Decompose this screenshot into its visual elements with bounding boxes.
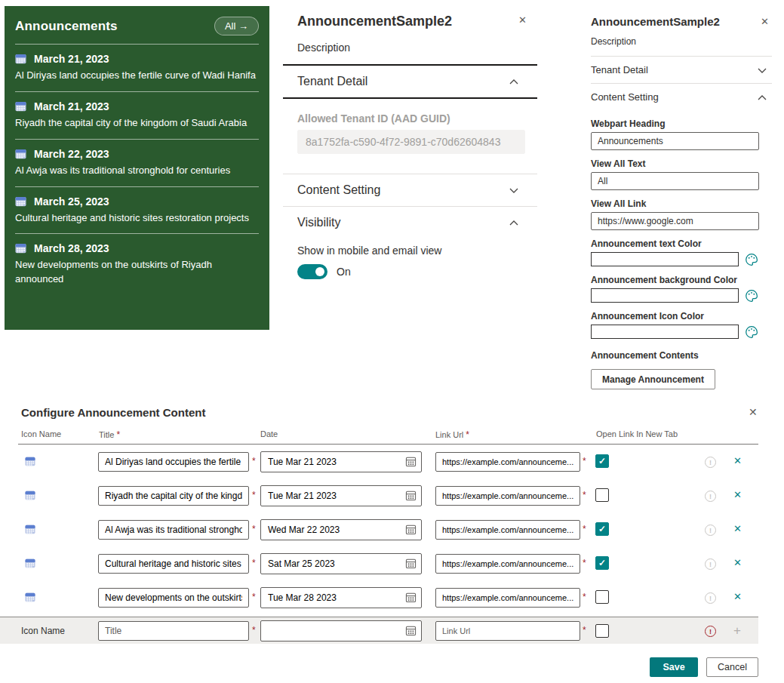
field-label: Webpart Heading: [591, 118, 772, 129]
title-input[interactable]: [98, 588, 249, 608]
webpart-heading-input[interactable]: [591, 132, 759, 150]
configure-announcement-dialog: Configure Announcement Content ✕ Icon Na…: [0, 400, 784, 683]
calendar-picker-icon[interactable]: [405, 558, 417, 569]
date-input[interactable]: [260, 485, 422, 506]
info-icon: !: [705, 525, 716, 536]
announcement-item[interactable]: March 21, 2023 Riyadh the capital city o…: [15, 91, 259, 131]
field-label: Announcement Icon Color: [591, 311, 772, 322]
date-input[interactable]: [260, 553, 422, 574]
close-icon[interactable]: ✕: [518, 14, 527, 27]
delete-row-icon[interactable]: ✕: [733, 523, 742, 534]
column-header-open-link-new-tab: Open Link In New Tab: [596, 429, 678, 438]
announcement-text: Riyadh the capital city of the kingdom o…: [15, 116, 259, 131]
contents-label: Announcement Contents: [591, 350, 772, 361]
palette-icon[interactable]: [745, 289, 758, 303]
section-content-setting[interactable]: Content Setting: [591, 84, 772, 110]
new-open-new-tab-checkbox[interactable]: ✓: [595, 624, 609, 638]
close-icon[interactable]: ✕: [761, 15, 769, 29]
save-button[interactable]: Save: [650, 657, 698, 677]
mobile-email-toggle[interactable]: [297, 264, 327, 279]
view-all-text-input[interactable]: [591, 172, 759, 190]
announcement-item[interactable]: March 28, 2023 New developments on the o…: [15, 233, 259, 287]
calendar-picker-icon[interactable]: [405, 592, 417, 603]
delete-row-icon[interactable]: ✕: [733, 557, 742, 568]
open-new-tab-checkbox[interactable]: ✓: [595, 488, 609, 502]
new-date-input[interactable]: [260, 620, 422, 641]
section-content-setting[interactable]: Content Setting: [283, 174, 537, 206]
section-tenant-detail[interactable]: Tenant Detail: [283, 66, 537, 97]
new-title-input[interactable]: [98, 621, 249, 641]
background-color-input[interactable]: [591, 288, 739, 303]
required-marker: *: [252, 625, 256, 635]
icon-color-input[interactable]: [591, 325, 739, 339]
manage-announcement-button[interactable]: Manage Announcement: [591, 369, 715, 389]
close-icon[interactable]: ✕: [749, 406, 758, 418]
announcement-item[interactable]: March 22, 2023 Al Awja was its tradition…: [15, 139, 259, 178]
link-url-input[interactable]: [435, 452, 580, 472]
announcements-header: Announcements All →: [15, 17, 259, 35]
section-visibility[interactable]: Visibility: [283, 207, 537, 238]
palette-icon[interactable]: [745, 325, 758, 339]
property-pane-large: AnnouncementSample2 ✕ Description Tenant…: [283, 14, 537, 290]
new-link-url-input[interactable]: [435, 621, 580, 641]
chevron-down-icon: [509, 186, 519, 194]
delete-row-icon[interactable]: ✕: [733, 455, 742, 466]
view-all-link-input[interactable]: [591, 212, 759, 230]
date-input[interactable]: [260, 451, 422, 472]
date-input[interactable]: [260, 519, 422, 540]
info-icon: !: [705, 592, 716, 604]
required-marker: *: [252, 490, 256, 500]
date-input[interactable]: [260, 587, 422, 608]
calendar-emoji-icon: [25, 592, 35, 602]
open-new-tab-checkbox[interactable]: ✓: [595, 522, 609, 536]
link-url-input[interactable]: [435, 486, 580, 506]
calendar-picker-icon[interactable]: [405, 524, 417, 535]
required-marker: *: [583, 490, 586, 500]
title-input[interactable]: [98, 452, 249, 472]
column-header-link-url: Link Url *: [435, 429, 469, 440]
open-new-tab-checkbox[interactable]: ✓: [595, 556, 609, 570]
required-marker: *: [466, 429, 469, 440]
view-all-button[interactable]: All →: [214, 17, 259, 35]
cancel-button[interactable]: Cancel: [706, 657, 758, 677]
field-label: Announcement background Color: [591, 275, 772, 285]
link-url-input[interactable]: [435, 554, 580, 574]
announcement-item[interactable]: March 25, 2023 Cultural heritage and his…: [15, 186, 259, 226]
title-input[interactable]: [98, 486, 249, 506]
required-marker: *: [252, 524, 256, 534]
open-new-tab-checkbox[interactable]: ✓: [595, 454, 609, 468]
check-icon: ✓: [598, 558, 606, 568]
check-icon: ✓: [598, 456, 606, 466]
text-color-input[interactable]: [591, 252, 739, 266]
announcement-date: March 21, 2023: [34, 53, 109, 65]
icon-name-label: Icon Name: [21, 626, 65, 636]
calendar-picker-icon[interactable]: [405, 625, 417, 636]
divider: [283, 97, 537, 99]
chevron-up-icon: [509, 78, 519, 85]
field-label: View All Text: [591, 158, 772, 169]
announcement-text: Cultural heritage and historic sites res…: [15, 211, 259, 226]
table-row: * * ✓ ! ✕: [0, 582, 784, 616]
pane-title: AnnouncementSample2: [297, 14, 452, 29]
add-row-icon[interactable]: +: [733, 623, 741, 638]
announcement-item[interactable]: March 21, 2023 Al Diriyas land occupies …: [15, 44, 259, 83]
required-marker: *: [583, 592, 586, 602]
required-marker: *: [583, 456, 586, 466]
palette-icon[interactable]: [745, 253, 758, 266]
title-input[interactable]: [98, 554, 249, 574]
delete-row-icon[interactable]: ✕: [733, 591, 742, 602]
announcement-text: Al Awja was its traditional stronghold f…: [15, 164, 259, 178]
section-label: Content Setting: [297, 183, 380, 197]
open-new-tab-checkbox[interactable]: ✓: [595, 590, 609, 604]
info-icon: !: [705, 558, 716, 570]
section-tenant-detail[interactable]: Tenant Detail: [591, 57, 772, 83]
delete-row-icon[interactable]: ✕: [733, 489, 742, 500]
announcement-text: New developments on the outskirts of Riy…: [15, 258, 259, 287]
calendar-picker-icon[interactable]: [405, 490, 417, 501]
calendar-picker-icon[interactable]: [405, 456, 417, 467]
link-url-input[interactable]: [435, 588, 580, 608]
column-header-date: Date: [260, 429, 278, 438]
link-url-input[interactable]: [435, 520, 580, 540]
required-marker: *: [252, 558, 256, 568]
title-input[interactable]: [98, 520, 249, 540]
